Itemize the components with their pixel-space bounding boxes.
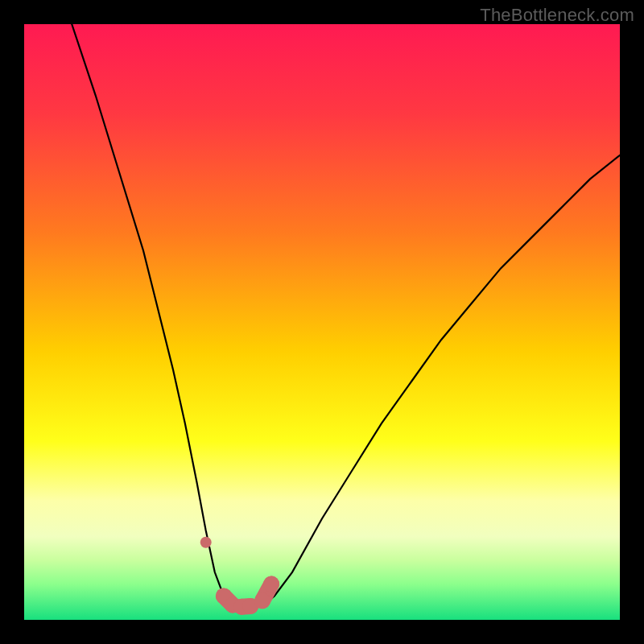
marker-dot bbox=[263, 576, 279, 592]
marker-dot bbox=[254, 592, 270, 609]
gradient-background bbox=[24, 24, 620, 620]
marker-dot bbox=[200, 537, 212, 548]
bottleneck-chart bbox=[24, 24, 620, 620]
outer-frame: TheBottleneck.com bbox=[0, 0, 644, 644]
watermark-label: TheBottleneck.com bbox=[480, 5, 634, 26]
